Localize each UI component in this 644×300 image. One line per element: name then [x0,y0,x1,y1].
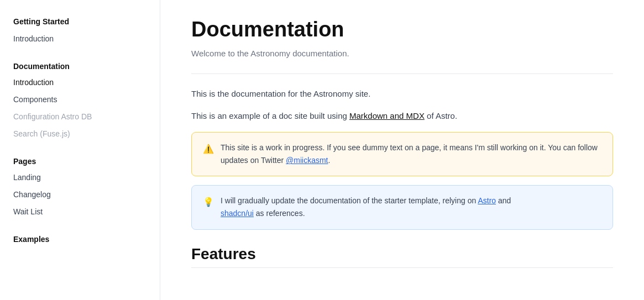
sidebar-item-search-fusejs[interactable]: Search (Fuse.js) [0,125,160,143]
sidebar-item-introduction-doc[interactable]: Introduction [0,74,160,91]
features-heading: Features [191,245,613,263]
callout-warning-text-after: . [328,156,330,165]
sidebar-section-getting-started: Getting Started Introduction [0,13,160,48]
sidebar-section-examples: Examples [0,231,160,247]
sidebar-item-changelog[interactable]: Changelog [0,186,160,203]
callout-info-astro-link[interactable]: Astro [478,196,496,205]
sidebar-section-pages: Pages Landing Changelog Wait List [0,154,160,220]
info-icon: 💡 [203,195,214,209]
sidebar-section-documentation: Documentation Introduction Components Co… [0,59,160,143]
features-divider [191,267,613,268]
callout-warning-twitter-link[interactable]: @miickasmt [286,156,328,165]
sidebar-item-configuration-astro-db[interactable]: Configuration Astro DB [0,108,160,125]
body-paragraph-2-before: This is an example of a doc site built u… [191,111,347,120]
callout-warning: ⚠️ This site is a work in progress. If y… [191,132,613,176]
callout-info-text: I will gradually update the documentatio… [221,194,601,220]
sidebar-item-landing[interactable]: Landing [0,169,160,186]
sidebar-item-components[interactable]: Components [0,91,160,108]
sidebar: Getting Started Introduction Documentati… [0,0,160,300]
sidebar-item-wait-list[interactable]: Wait List [0,203,160,220]
page-subtitle: Welcome to the Astronomy documentation. [191,49,613,58]
sidebar-section-pages-label: Pages [0,154,160,169]
body-paragraph-2-after: of Astro. [427,111,457,120]
callout-info: 💡 I will gradually update the documentat… [191,185,613,229]
callout-info-text-middle: and [498,196,511,205]
sidebar-section-documentation-label: Documentation [0,59,160,74]
body-paragraph-2: This is an example of a doc site built u… [191,109,613,123]
warning-icon: ⚠️ [203,142,214,156]
callout-info-shadcn-link[interactable]: shadcn/ui [221,209,254,218]
callout-warning-text-before: This site is a work in progress. If you … [221,143,598,165]
callout-info-text-after: as references. [256,209,305,218]
main-content: Documentation Welcome to the Astronomy d… [160,0,644,300]
callout-info-text-before: I will gradually update the documentatio… [221,196,476,205]
sidebar-item-getting-started[interactable]: Getting Started [0,13,160,30]
callout-warning-text: This site is a work in progress. If you … [221,141,601,167]
sidebar-section-examples-label: Examples [0,231,160,247]
markdown-mdx-link[interactable]: Markdown and MDX [349,111,425,120]
sidebar-item-introduction-top[interactable]: Introduction [0,30,160,48]
body-paragraph-1: This is the documentation for the Astron… [191,87,613,101]
section-divider-top [191,73,613,74]
page-title: Documentation [191,18,613,42]
